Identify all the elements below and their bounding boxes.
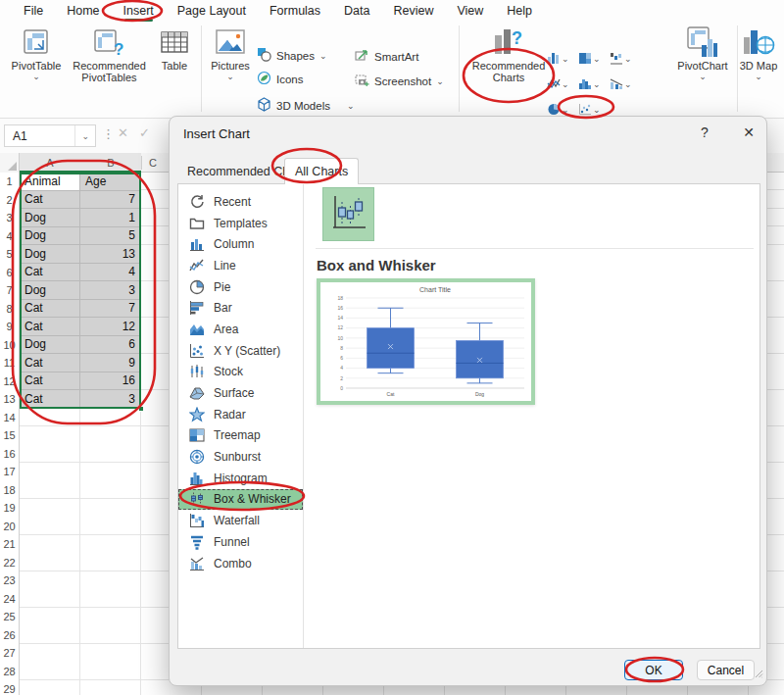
cancel-button[interactable]: Cancel — [697, 660, 755, 680]
histogram-icon[interactable]: ⌄ — [578, 71, 610, 96]
cell-a10[interactable]: Dog — [20, 336, 80, 355]
line-icon[interactable]: ⌄ — [547, 71, 578, 96]
chart-type-box-whisker[interactable]: Box & Whisker — [178, 489, 303, 511]
row-header-26[interactable]: 26 — [0, 626, 19, 645]
row-header-17[interactable]: 17 — [0, 463, 19, 481]
chart-type-line[interactable]: Line — [178, 255, 303, 276]
chart-type-bar[interactable]: Bar — [178, 297, 303, 319]
recommended-charts-button[interactable]: ? Recommended Charts — [467, 25, 550, 83]
row-header-21[interactable]: 21 — [0, 535, 19, 554]
chart-type-combo[interactable]: Combo — [178, 553, 303, 574]
pivotchart-button[interactable]: PivotChart ⌄ — [672, 25, 733, 80]
cell-a3[interactable]: Dog — [20, 209, 80, 227]
row-header-9[interactable]: 9 — [0, 318, 19, 336]
cell-a7[interactable]: Dog — [20, 281, 80, 300]
cell-b12[interactable]: 16 — [80, 372, 141, 391]
ribbon-tab-view[interactable]: View — [445, 1, 495, 21]
row-header-10[interactable]: 10 — [0, 336, 19, 355]
confirm-entry-icon[interactable]: ✓ — [139, 125, 150, 140]
column-header-a[interactable]: A — [46, 153, 53, 173]
chart-type-histogram[interactable]: Histogram — [178, 468, 303, 489]
cell-a13[interactable]: Cat — [20, 390, 80, 409]
cell-b3[interactable]: 1 — [80, 209, 141, 227]
cell-a9[interactable]: Cat — [20, 318, 80, 336]
resize-grip-icon[interactable] — [755, 665, 763, 682]
cell-a11[interactable]: Cat — [20, 354, 80, 372]
recommended-pivottables-button[interactable]: ? Recommended PivotTables — [63, 25, 156, 83]
chart-type-column[interactable]: Column — [178, 233, 303, 255]
cell-b11[interactable]: 9 — [80, 354, 141, 372]
treemap-icon[interactable]: ⌄ — [578, 45, 610, 71]
cell-b9[interactable]: 12 — [80, 318, 141, 336]
cell-a2[interactable]: Cat — [20, 191, 80, 210]
row-header-4[interactable]: 4 — [0, 227, 19, 246]
row-header-8[interactable]: 8 — [0, 300, 19, 319]
chart-type-area[interactable]: Area — [178, 319, 303, 340]
row-header-25[interactable]: 25 — [0, 608, 19, 626]
cell-b10[interactable]: 6 — [80, 336, 141, 355]
cell-a4[interactable]: Dog — [20, 227, 80, 246]
combo-icon[interactable]: ⌄ — [610, 71, 641, 96]
cell-a6[interactable]: Cat — [20, 264, 80, 282]
row-header-3[interactable]: 3 — [0, 209, 19, 227]
row-header-11[interactable]: 11 — [0, 354, 19, 372]
screenshot-button[interactable]: Screenshot ⌄ — [355, 73, 444, 89]
box-whisker-thumbnail[interactable] — [322, 187, 374, 241]
row-header-1[interactable]: 1 — [0, 173, 19, 191]
cell-b7[interactable]: 3 — [80, 281, 141, 300]
row-header-16[interactable]: 16 — [0, 445, 19, 464]
column-icon[interactable]: ⌄ — [547, 45, 578, 71]
table-button[interactable]: Table — [153, 25, 196, 72]
cell-a8[interactable]: Cat — [20, 300, 80, 319]
chart-type-stock[interactable]: Stock — [178, 362, 303, 383]
cell-b6[interactable]: 4 — [80, 264, 141, 282]
chart-type-treemap[interactable]: Treemap — [178, 425, 303, 447]
chart-type-surface[interactable]: Surface — [178, 382, 303, 404]
cell-b13[interactable]: 3 — [80, 390, 141, 409]
cancel-entry-icon[interactable]: ✕ — [118, 125, 128, 140]
row-header-12[interactable]: 12 — [0, 372, 19, 391]
row-header-15[interactable]: 15 — [0, 426, 19, 445]
cell-a1[interactable]: Animal — [20, 173, 80, 191]
row-header-24[interactable]: 24 — [0, 590, 19, 609]
close-icon[interactable]: ✕ — [738, 124, 760, 140]
chart-type-pie[interactable]: Pie — [178, 276, 303, 298]
chart-type-recent[interactable]: Recent — [178, 191, 303, 213]
chart-type-templates[interactable]: Templates — [178, 213, 303, 234]
row-header-23[interactable]: 23 — [0, 571, 19, 590]
ribbon-tab-help[interactable]: Help — [495, 1, 544, 21]
icons-button[interactable]: Icons — [257, 71, 304, 87]
ribbon-tab-insert[interactable]: Insert — [112, 1, 166, 21]
waterfall-icon[interactable]: ⌄ — [610, 45, 641, 71]
ribbon-tab-page-layout[interactable]: Page Layout — [166, 1, 258, 21]
ribbon-tab-review[interactable]: Review — [381, 1, 445, 21]
select-all-corner[interactable] — [0, 153, 20, 173]
tab-all-charts[interactable]: All Charts — [284, 158, 359, 184]
row-header-18[interactable]: 18 — [0, 481, 19, 500]
row-header-27[interactable]: 27 — [0, 644, 19, 663]
smartart-button[interactable]: SmartArt — [355, 48, 418, 65]
cell-b4[interactable]: 5 — [80, 227, 141, 246]
cell-b5[interactable]: 13 — [80, 245, 141, 264]
cell-a5[interactable]: Dog — [20, 245, 80, 264]
row-header-7[interactable]: 7 — [0, 281, 19, 300]
chart-type-sunburst[interactable]: Sunburst — [178, 446, 303, 468]
row-header-2[interactable]: 2 — [0, 191, 19, 210]
name-box[interactable]: A1 ⌄ — [4, 124, 96, 147]
chart-type-funnel[interactable]: Funnel — [178, 531, 303, 553]
ribbon-tab-home[interactable]: Home — [55, 1, 111, 21]
cell-b8[interactable]: 7 — [80, 300, 141, 319]
column-header-c[interactable]: C — [149, 153, 157, 173]
row-header-5[interactable]: 5 — [0, 245, 19, 264]
name-box-chevron-icon[interactable]: ⌄ — [74, 125, 95, 146]
chart-type-radar[interactable]: Radar — [178, 404, 303, 425]
shapes-button[interactable]: Shapes ⌄ — [257, 47, 327, 64]
3d-models-button[interactable]: 3D Models ⌄ — [257, 97, 355, 114]
cell-b1[interactable]: Age — [80, 173, 141, 191]
row-header-22[interactable]: 22 — [0, 554, 19, 572]
pivottable-button[interactable]: PivotTable ⌄ — [8, 25, 65, 80]
chart-preview[interactable]: 024681012141618Chart TitleCatDog — [317, 278, 535, 405]
cell-b2[interactable]: 7 — [80, 191, 141, 210]
pictures-button[interactable]: Pictures ⌄ — [204, 25, 257, 80]
ribbon-tab-file[interactable]: File — [12, 1, 55, 21]
